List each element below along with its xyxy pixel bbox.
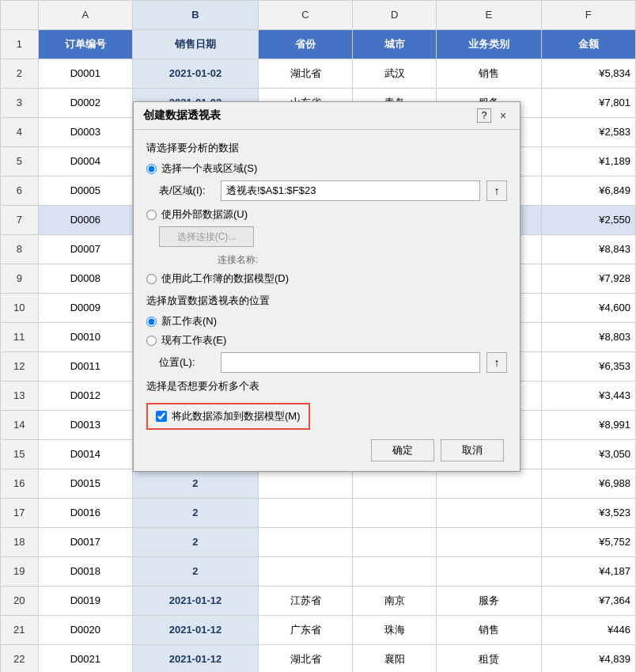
dialog-close-button[interactable]: × [496,108,510,123]
radio-new-sheet[interactable] [146,317,157,327]
add-to-model-checkbox[interactable] [156,411,167,422]
add-to-model-label[interactable]: 将此数据添加到数据模型(M) [172,409,301,423]
table-field-label: 表/区域(I): [159,184,214,198]
section1-title: 请选择要分析的数据 [146,141,507,155]
dialog-controls: ? × [477,108,510,123]
dialog-footer: 确定 取消 [146,439,507,461]
radio3-label[interactable]: 使用此工作簿的数据模型(D) [161,271,289,286]
radio4-row: 新工作表(N) [146,314,507,328]
location-field-row: 位置(L): ↑ [159,352,507,373]
radio-external-source[interactable] [146,210,157,220]
dialog-body: 请选择要分析的数据 选择一个表或区域(S) 表/区域(I): ↑ 使用外部数据源… [134,130,520,471]
dialog-titlebar: 创建数据透视表 ? × [134,102,520,130]
radio2-label[interactable]: 使用外部数据源(U) [161,207,248,222]
dialog-help-button[interactable]: ? [477,108,491,123]
connect-btn-row: 选择连接(C)... [159,226,507,247]
radio5-label[interactable]: 现有工作表(E) [161,333,226,347]
connect-name-label: 连接名称: [218,253,507,267]
radio-existing-sheet[interactable] [146,336,157,346]
radio2-row: 使用外部数据源(U) [146,207,507,222]
create-pivot-dialog: 创建数据透视表 ? × 请选择要分析的数据 选择一个表或区域(S) 表/区域(I… [133,101,521,472]
section3-title: 选择是否想要分析多个表 [146,379,507,393]
location-field-label: 位置(L): [159,355,214,370]
section2-title: 选择放置数据透视表的位置 [146,294,507,308]
table-field-row: 表/区域(I): ↑ [159,180,507,201]
add-to-model-section: 将此数据添加到数据模型(M) [146,403,310,430]
dialog-title: 创建数据透视表 [143,108,221,123]
table-range-input[interactable] [221,180,480,201]
radio5-row: 现有工作表(E) [146,333,507,347]
radio1-label[interactable]: 选择一个表或区域(S) [161,161,257,176]
location-input[interactable] [221,352,480,373]
radio3-row: 使用此工作簿的数据模型(D) [146,271,507,286]
radio-select-table[interactable] [146,164,157,174]
table-range-picker-button[interactable]: ↑ [486,180,507,201]
radio-data-model[interactable] [146,274,157,284]
location-picker-button[interactable]: ↑ [486,352,507,373]
cancel-button[interactable]: 取消 [441,439,504,461]
select-connection-button[interactable]: 选择连接(C)... [159,226,254,247]
radio1-row: 选择一个表或区域(S) [146,161,507,176]
radio4-label[interactable]: 新工作表(N) [161,314,217,328]
dialog-overlay: 创建数据透视表 ? × 请选择要分析的数据 选择一个表或区域(S) 表/区域(I… [0,0,636,672]
ok-button[interactable]: 确定 [371,439,434,461]
